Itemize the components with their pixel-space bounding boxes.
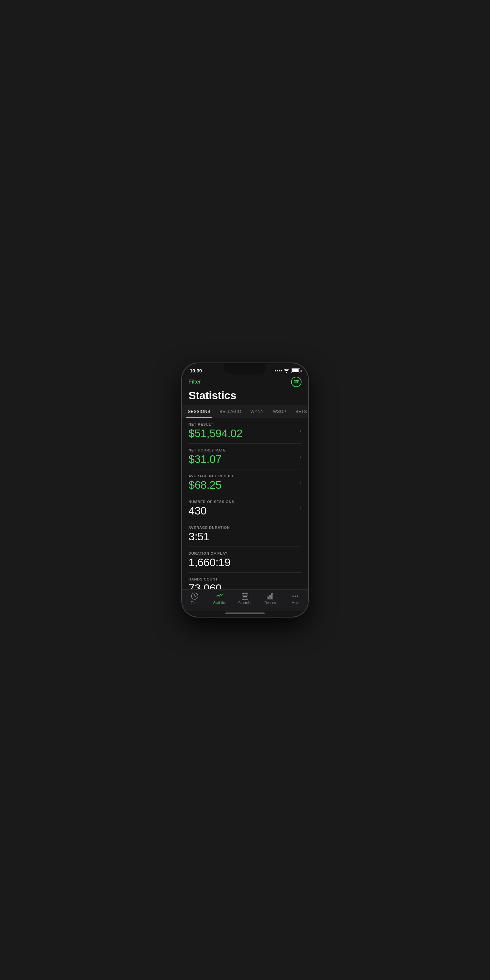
phone-device: 10:39 Filter [181, 363, 309, 617]
nav-item-feed[interactable]: Feed [182, 592, 207, 605]
stat-avg-net-result-label: AVERAGE NET RESULT [188, 474, 234, 478]
svg-point-15 [293, 596, 293, 597]
nav-item-more[interactable]: More [283, 592, 308, 605]
tab-wsop[interactable]: WSOP [269, 405, 291, 418]
page-title: Statistics [188, 389, 302, 402]
chevron-right-icon: › [299, 479, 302, 486]
stat-avg-net-result-content: AVERAGE NET RESULT $68.25 [188, 474, 234, 490]
stat-hands-count-content: HANDS COUNT 73,060 [188, 577, 221, 589]
stat-hands-count-label: HANDS COUNT [188, 577, 221, 581]
status-time: 10:39 [190, 368, 202, 373]
stat-hands-count-value: 73,060 [188, 582, 221, 589]
svg-rect-14 [272, 593, 273, 599]
filter-icon-button[interactable] [291, 377, 302, 387]
feed-label: Feed [191, 601, 198, 605]
main-stats-list: NET RESULT $51,594.02 › NET HOURLY RATE … [182, 418, 308, 589]
status-icons [275, 369, 300, 373]
stat-hands-count: HANDS COUNT 73,060 [188, 573, 302, 589]
stat-avg-duration-content: AVERAGE DURATION 3:51 [188, 526, 230, 542]
tabs-row: SESSIONS BELLAGIO WYNN WSOP BETS CASIN [182, 405, 308, 418]
chevron-right-icon: › [299, 453, 302, 460]
tab-wynn[interactable]: WYNN [246, 405, 269, 418]
battery-icon [291, 369, 300, 373]
svg-point-16 [295, 596, 296, 597]
stat-net-result-content: NET RESULT $51,594.02 [188, 422, 242, 439]
reports-label: Reports [265, 601, 276, 605]
home-indicator [225, 612, 265, 614]
stat-duration-play-label: DURATION OF PLAY [188, 551, 230, 555]
calendar-icon [240, 592, 250, 600]
more-icon [291, 592, 300, 600]
filter-label[interactable]: Filter [188, 379, 201, 385]
filter-svg-icon [293, 379, 299, 385]
feed-icon [190, 592, 199, 600]
reports-icon [266, 592, 275, 600]
page-header: Filter Statistics [182, 375, 308, 405]
stat-avg-duration-label: AVERAGE DURATION [188, 526, 230, 530]
notch [224, 363, 266, 374]
nav-item-calendar[interactable]: Calendar [232, 592, 258, 605]
svg-point-17 [297, 596, 298, 597]
filter-row: Filter [188, 377, 302, 387]
svg-point-3 [297, 382, 298, 383]
statistics-label: Statistics [213, 601, 226, 605]
stat-duration-play-content: DURATION OF PLAY 1,660:19 [188, 551, 230, 568]
statistics-icon [215, 592, 224, 600]
stat-num-sessions[interactable]: NUMBER OF SESSIONS 430 › [188, 495, 302, 521]
stat-avg-duration-value: 3:51 [188, 531, 230, 542]
nav-item-reports[interactable]: Reports [258, 592, 283, 605]
tabs-container: SESSIONS BELLAGIO WYNN WSOP BETS CASIN [182, 405, 308, 418]
chevron-right-icon: › [299, 505, 302, 512]
tab-bellagio[interactable]: BELLAGIO [215, 405, 246, 418]
wifi-icon [284, 369, 289, 373]
stat-net-hourly-rate-value: $31.07 [188, 453, 226, 465]
tab-bets[interactable]: BETS [291, 405, 308, 418]
svg-rect-11 [246, 596, 247, 597]
svg-rect-13 [269, 595, 271, 599]
calendar-label: Calendar [239, 601, 252, 605]
nav-item-statistics[interactable]: Statistics [207, 592, 232, 605]
stat-net-hourly-rate-content: NET HOURLY RATE $31.07 [188, 448, 226, 465]
signal-icon [275, 370, 282, 371]
stat-avg-net-result-value: $68.25 [188, 479, 234, 490]
stat-num-sessions-label: NUMBER OF SESSIONS [188, 500, 234, 504]
stat-num-sessions-content: NUMBER OF SESSIONS 430 [188, 500, 234, 516]
svg-rect-9 [243, 596, 244, 597]
tab-sessions[interactable]: SESSIONS [183, 405, 215, 418]
svg-rect-10 [245, 596, 246, 597]
stat-num-sessions-value: 430 [188, 505, 234, 516]
stat-net-hourly-rate[interactable]: NET HOURLY RATE $31.07 › [188, 444, 302, 469]
phone-screen: 10:39 Filter [182, 363, 308, 617]
stat-avg-duration: AVERAGE DURATION 3:51 [188, 521, 302, 547]
stat-net-hourly-rate-label: NET HOURLY RATE [188, 448, 226, 452]
bottom-nav: Feed Statistics [182, 589, 308, 611]
stat-duration-play: DURATION OF PLAY 1,660:19 [188, 547, 302, 573]
svg-point-2 [295, 380, 296, 381]
stat-avg-net-result[interactable]: AVERAGE NET RESULT $68.25 › [188, 469, 302, 495]
stat-net-result-value: $51,594.02 [188, 428, 242, 439]
stat-net-result[interactable]: NET RESULT $51,594.02 › [188, 418, 302, 444]
stat-net-result-label: NET RESULT [188, 422, 242, 426]
chevron-right-icon: › [299, 427, 302, 434]
svg-rect-12 [267, 597, 269, 599]
main-content: NET RESULT $51,594.02 › NET HOURLY RATE … [182, 418, 308, 589]
more-label: More [292, 601, 299, 605]
stat-duration-play-value: 1,660:19 [188, 557, 230, 568]
